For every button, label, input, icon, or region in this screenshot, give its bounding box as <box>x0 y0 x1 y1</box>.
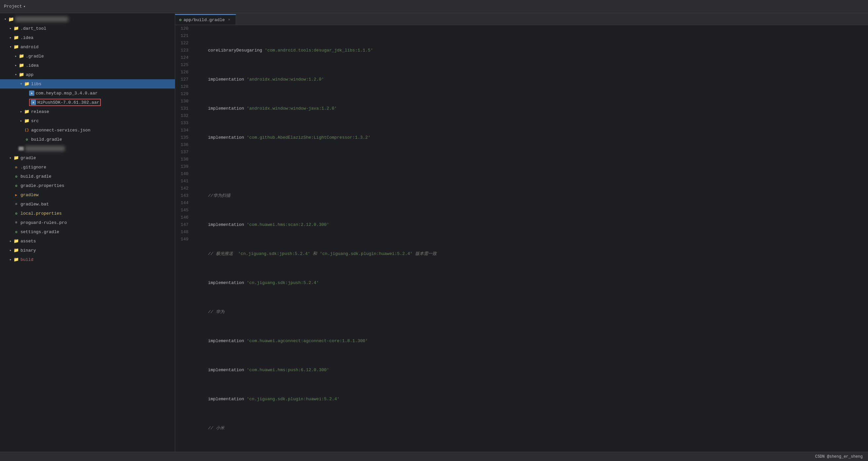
arrow-icon <box>13 63 19 68</box>
code-line-122: implementation 'androidx.window:window-j… <box>198 105 868 112</box>
sidebar-item-binary[interactable]: 📁 binary <box>0 246 175 255</box>
arrow-icon <box>19 118 24 124</box>
code-comment: // 华为 <box>198 308 224 316</box>
sidebar-item-build-gradle[interactable]: ⚙ build.gradle <box>0 172 175 181</box>
ln-124: 124 <box>175 54 191 61</box>
ln-125: 125 <box>175 61 191 69</box>
ln-132: 132 <box>175 112 191 120</box>
ln-147: 147 <box>175 221 191 229</box>
tab-close-button[interactable]: × <box>227 17 232 23</box>
ln-143: 143 <box>175 192 191 199</box>
code-text: implementation <box>198 337 247 345</box>
sidebar-item-agconnect-json[interactable]: {} agconnect-services.json <box>0 126 175 135</box>
sidebar-item-src[interactable]: 📁 src <box>0 116 175 126</box>
sidebar-item-settings-gradle[interactable]: ⚙ settings.gradle <box>0 227 175 236</box>
code-string: 'androidx.window:window:1.2.0' <box>247 76 324 83</box>
code-line-124 <box>198 163 868 170</box>
item-label: gradlew.bat <box>21 202 49 207</box>
folder-icon: 📁 <box>13 155 19 161</box>
sidebar-item-gradle-dir[interactable]: 📁 .gradle <box>0 52 175 61</box>
folder-icon: 📁 <box>13 248 19 253</box>
tab-label: app/build.gradle <box>183 18 225 23</box>
code-text: implementation <box>198 279 247 287</box>
sidebar-item-root[interactable]: 📁 <box>0 14 175 24</box>
code-editor[interactable]: 120 121 122 123 124 125 126 127 128 129 … <box>175 25 868 452</box>
ln-127: 127 <box>175 76 191 83</box>
sidebar-item-build[interactable]: 📁 build <box>0 255 175 264</box>
main-layout: 📁 📁 .dart_tool 📁 .idea 📁 android 📁 .grad… <box>0 13 868 452</box>
sidebar-item-idea2[interactable]: 📁 .idea <box>0 61 175 70</box>
top-bar: Project ▾ <box>0 0 868 13</box>
item-label: gradle.properties <box>21 183 64 188</box>
item-label: build.gradle <box>31 137 62 142</box>
settings-gradle-icon: ⚙ <box>13 229 19 235</box>
ln-142: 142 <box>175 185 191 192</box>
item-label: gradle <box>21 156 36 161</box>
code-text: implementation <box>198 105 247 112</box>
folder-icon: 📁 <box>13 44 19 50</box>
sidebar-item-release[interactable]: 📁 release <box>0 107 175 116</box>
ln-146: 146 <box>175 214 191 221</box>
code-line-129: // 华为 <box>198 308 868 316</box>
ln-130: 130 <box>175 98 191 105</box>
blurred-icon <box>19 146 24 151</box>
ln-144: 144 <box>175 199 191 207</box>
hipush-red-border: A HiPushSDK-7.0.61.302.aar <box>29 99 101 106</box>
sidebar-item-build-gradle-app[interactable]: ⚙ build.gradle <box>0 135 175 144</box>
root-label-blurred <box>15 17 68 22</box>
sidebar-item-idea[interactable]: 📁 .idea <box>0 33 175 42</box>
sidebar-item-android[interactable]: 📁 android <box>0 42 175 52</box>
folder-icon: 📁 <box>13 35 19 41</box>
item-label: .gradle <box>26 54 44 59</box>
sidebar: 📁 📁 .dart_tool 📁 .idea 📁 android 📁 .grad… <box>0 13 175 452</box>
sidebar-item-gradlew[interactable]: ▶ gradlew <box>0 190 175 199</box>
ln-135: 135 <box>175 134 191 141</box>
editor-area: ⚙ app/build.gradle × 120 121 122 123 124… <box>175 13 868 452</box>
code-string: 'com.huawei.hms:scan:2.12.0.300' <box>247 221 329 229</box>
sidebar-item-libs[interactable]: 📁 libs <box>0 79 175 89</box>
ln-131: 131 <box>175 105 191 112</box>
item-label: .dart_tool <box>21 26 46 31</box>
item-label: .idea <box>26 63 39 68</box>
sidebar-item-local-properties[interactable]: ⚙ local.properties <box>0 209 175 218</box>
code-comment: //华为扫描 <box>198 192 230 199</box>
ln-128: 128 <box>175 83 191 91</box>
ln-133: 133 <box>175 120 191 127</box>
item-label: proguard-rules.pro <box>21 220 67 225</box>
code-comment: 和 <box>310 250 320 258</box>
item-label: libs <box>31 81 41 87</box>
code-string: 'androidx.window:window-java:1.2.0' <box>247 105 337 112</box>
project-title[interactable]: Project <box>4 4 22 9</box>
code-string: 'cn.jiguang.sdk:jpush:5.2.4' <box>247 279 319 287</box>
gradle-bat-icon: ≡ <box>13 201 19 207</box>
sidebar-item-gitignore[interactable]: ⊙ .gitignore <box>0 162 175 172</box>
code-string: 'cn.jiguang.sdk.plugin:huawei:5.2.4' <box>247 396 339 403</box>
sidebar-item-proguard[interactable]: ≡ proguard-rules.pro <box>0 218 175 227</box>
item-label: .idea <box>21 35 33 40</box>
sidebar-item-app[interactable]: 📁 app <box>0 70 175 79</box>
ln-141: 141 <box>175 178 191 185</box>
code-string: 'cn.jiguang.sdk:jpush:5.2.4' <box>238 250 310 258</box>
code-line-123: implementation 'com.github.AbedElazizShe… <box>198 134 868 141</box>
sidebar-item-blurred[interactable] <box>0 144 175 153</box>
code-string: 'com.github.AbedElazizShe:LightCompresso… <box>247 134 370 141</box>
item-label: binary <box>21 248 36 253</box>
code-line-132: implementation 'cn.jiguang.sdk.plugin:hu… <box>198 396 868 403</box>
code-text: implementation <box>198 367 247 374</box>
sidebar-item-heytap-aar[interactable]: A com.heytap.msp_3.4.0.aar <box>0 89 175 98</box>
folder-icon: 📁 <box>13 238 19 244</box>
code-line-128: implementation 'cn.jiguang.sdk:jpush:5.2… <box>198 279 868 287</box>
sidebar-item-hipush-aar[interactable]: A HiPushSDK-7.0.61.302.aar <box>0 98 175 107</box>
item-label: agconnect-services.json <box>31 128 90 133</box>
ln-137: 137 <box>175 149 191 156</box>
sidebar-item-gradle[interactable]: 📁 gradle <box>0 153 175 162</box>
sidebar-item-gradlew-bat[interactable]: ≡ gradlew.bat <box>0 199 175 209</box>
sidebar-item-assets[interactable]: 📁 assets <box>0 236 175 246</box>
sidebar-item-gradle-properties[interactable]: ⚙ gradle.properties <box>0 181 175 190</box>
tab-build-gradle[interactable]: ⚙ app/build.gradle × <box>175 14 236 25</box>
project-dropdown-arrow[interactable]: ▾ <box>24 4 26 8</box>
item-label: com.heytap.msp_3.4.0.aar <box>36 91 97 96</box>
arrow-icon <box>13 54 19 59</box>
arrow-icon <box>8 35 13 40</box>
sidebar-item-dart-tool[interactable]: 📁 .dart_tool <box>0 24 175 33</box>
